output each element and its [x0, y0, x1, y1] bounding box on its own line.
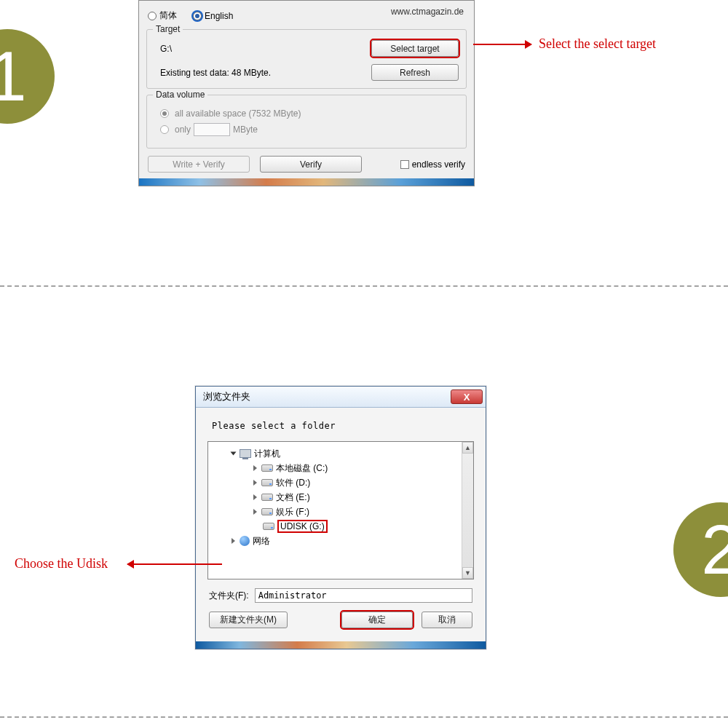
data-volume-legend: Data volume — [153, 90, 207, 100]
target-group: Target G:\ Select target Existing test d… — [146, 29, 467, 89]
computer-icon — [240, 449, 251, 458]
data-volume-group: Data volume all available space (7532 MB… — [146, 95, 467, 149]
dv-only-input[interactable] — [194, 123, 230, 136]
disclosure-icon — [232, 538, 235, 544]
network-icon — [240, 536, 250, 546]
annotation-text-2: Choose the Udisk — [15, 556, 108, 571]
dv-only-label: only — [175, 124, 191, 135]
browse-folder-dialog: 浏览文件夹 X Please select a folder 计算机 本地磁盘 … — [195, 386, 486, 649]
tree-node-drive-d[interactable]: 软件 (D:) — [213, 475, 470, 490]
tree-label: 娱乐 (F:) — [276, 506, 309, 518]
dv-all-option[interactable]: all available space (7532 MByte) — [160, 108, 459, 119]
tree-node-network[interactable]: 网络 — [213, 534, 470, 548]
radio-selected-icon — [160, 109, 169, 118]
tree-label: 网络 — [253, 535, 270, 547]
drive-icon — [261, 508, 273, 515]
write-verify-button: Write + Verify — [148, 156, 250, 173]
new-folder-button[interactable]: 新建文件夹(M) — [209, 612, 288, 628]
lang-en-label: English — [205, 11, 233, 21]
vendor-url: www.ctmagazin.de — [391, 7, 464, 17]
refresh-button[interactable]: Refresh — [371, 64, 459, 81]
tree-label: 计算机 — [254, 448, 280, 460]
drive-icon — [261, 464, 273, 472]
radio-selected-icon — [193, 12, 202, 20]
window-bottom-strip — [139, 178, 474, 186]
step-2-badge: 2 — [673, 502, 728, 597]
drive-icon — [261, 494, 273, 501]
tree-label: 本地磁盘 (C:) — [276, 462, 328, 475]
step-separator — [0, 285, 728, 287]
scroll-down-button[interactable]: ▼ — [462, 567, 473, 579]
tree-node-computer[interactable]: 计算机 — [213, 446, 470, 461]
dv-unit-label: MByte — [233, 124, 258, 135]
cancel-button[interactable]: 取消 — [422, 612, 472, 628]
step-1-badge: 1 — [0, 29, 55, 124]
tree-node-drive-c[interactable]: 本地磁盘 (C:) — [213, 461, 470, 475]
tree-scrollbar[interactable]: ▲ ▼ — [462, 442, 473, 579]
tree-node-drive-e[interactable]: 文档 (E:) — [213, 490, 470, 505]
dv-only-option[interactable]: only MByte — [160, 123, 459, 136]
scroll-up-button[interactable]: ▲ — [462, 442, 473, 454]
step-separator — [0, 716, 728, 718]
lang-cn-label: 简体 — [159, 9, 177, 22]
ok-button[interactable]: 确定 — [341, 612, 413, 628]
folder-field-label: 文件夹(F): — [209, 590, 249, 602]
endless-verify-option[interactable]: endless verify — [400, 159, 465, 170]
drive-icon — [261, 479, 273, 486]
checkbox-icon — [400, 160, 409, 169]
lang-cn-option[interactable]: 简体 — [148, 9, 177, 22]
verify-button[interactable]: Verify — [260, 156, 362, 173]
drive-icon — [263, 523, 274, 530]
close-button[interactable]: X — [451, 389, 483, 404]
dialog-prompt: Please select a folder — [212, 421, 474, 431]
annotation-text-1: Select the select target — [539, 36, 656, 52]
radio-icon — [160, 125, 169, 134]
annotation-arrow-1 — [473, 44, 531, 45]
tree-node-drive-f[interactable]: 娱乐 (F:) — [213, 505, 470, 519]
tree-label: 文档 (E:) — [276, 491, 310, 504]
dialog-title: 浏览文件夹 — [203, 390, 250, 403]
select-target-button[interactable]: Select target — [371, 40, 459, 57]
annotation-arrow-2 — [127, 563, 222, 565]
tree-node-drive-g[interactable]: UDISK (G:) — [213, 519, 470, 534]
dv-all-label: all available space (7532 MByte) — [175, 108, 301, 119]
target-path: G:\ — [160, 44, 172, 54]
tree-label-highlighted: UDISK (G:) — [277, 520, 328, 533]
close-icon: X — [464, 392, 470, 403]
existing-data-text: Existing test data: 48 MByte. — [160, 68, 271, 78]
folder-field-input[interactable] — [255, 588, 472, 603]
h2testw-panel: www.ctmagazin.de 简体 English Target G:\ S… — [138, 0, 475, 186]
disclosure-icon — [253, 465, 257, 471]
disclosure-icon — [253, 494, 257, 500]
tree-label: 软件 (D:) — [276, 477, 310, 489]
folder-tree[interactable]: 计算机 本地磁盘 (C:) 软件 (D:) 文档 (E:) 娱乐 (F:) — [207, 441, 474, 579]
disclosure-icon — [231, 452, 237, 456]
window-bottom-strip — [196, 641, 486, 649]
lang-en-option[interactable]: English — [193, 11, 233, 21]
disclosure-icon — [253, 509, 257, 515]
disclosure-icon — [253, 480, 257, 486]
endless-verify-label: endless verify — [412, 159, 465, 170]
target-legend: Target — [153, 24, 183, 34]
radio-icon — [148, 12, 157, 20]
